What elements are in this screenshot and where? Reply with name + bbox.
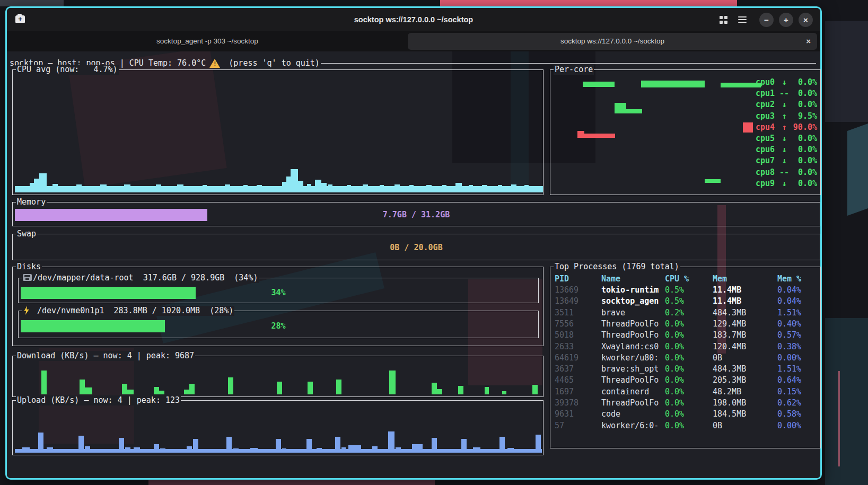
disk-item-nvme: /dev/nvme0n1p1 283.8MB / 1020.0MB (28%) … (18, 311, 539, 338)
spark-bar (511, 184, 516, 192)
spark-bar (394, 184, 400, 192)
spark-bar (47, 447, 53, 453)
spark-bar (432, 383, 437, 394)
wallpaper-shape (825, 21, 868, 122)
core-row-cpu0: cpu0↓0.0% (756, 77, 817, 88)
core-row-cpu6: cpu6↓0.0% (756, 144, 817, 155)
layout-grid-icon[interactable] (720, 16, 727, 24)
disk1-gauge: 34% (21, 287, 536, 299)
spark-bar (250, 448, 258, 453)
per-core-panel: Per-core cpu0↓0.0%cpu1--0.0%cpu2↓0.0%cpu… (550, 69, 821, 195)
wallpaper-shape (440, 0, 737, 6)
maximize-button[interactable]: + (779, 13, 793, 27)
spark-bar (412, 444, 423, 453)
memory-gauge-label: 7.7GB / 31.2GB (15, 209, 818, 221)
processes-panel: Top Processes (1769 total) PID Name CPU … (550, 267, 821, 448)
disks-title: Disks (16, 262, 42, 272)
table-row: 13669tokio-runtim0.5%11.4MB0.04% (555, 285, 817, 296)
table-row: 9631code0.0%184.5MB0.58% (555, 409, 817, 420)
spark-bar (432, 438, 437, 453)
core-row-cpu3: cpu3↑9.5% (756, 111, 817, 122)
spark-bar (225, 184, 230, 192)
disk2-gauge-label: 28% (21, 320, 536, 332)
core-spark-bar (577, 131, 584, 138)
spark-bar (482, 185, 487, 192)
col-name: Name (601, 274, 620, 285)
tab-socktop-agent[interactable]: socktop_agent -p 303 ~/socktop (7, 31, 408, 51)
spark-bar (536, 435, 541, 453)
spark-bar (38, 433, 43, 453)
disks-panel: Disks /dev/mapper/data-root 317.6GB / 92… (12, 267, 543, 346)
spark-bar (336, 380, 341, 394)
spark-bar (458, 386, 463, 394)
spark-bar (80, 380, 85, 394)
core-alert-marker (743, 122, 753, 133)
spark-bar (100, 184, 107, 192)
spark-bar (160, 448, 165, 453)
socktop-tui: socktop — host: pop-os | CPU Temp: 76.0°… (7, 51, 820, 478)
spark-bar (306, 439, 312, 453)
spark-bar (22, 447, 30, 453)
tab-close-icon[interactable]: × (806, 33, 811, 50)
spark-bar (159, 391, 164, 394)
spark-bar (15, 186, 543, 192)
table-row: 3511brave0.2%484.3MB1.51% (555, 307, 817, 319)
disk-item-data-root: /dev/mapper/data-root 317.6GB / 928.9GB … (18, 278, 539, 303)
spark-bar (122, 384, 127, 394)
spark-bar (125, 447, 130, 453)
core-spark-bar (626, 109, 642, 113)
tui-header: socktop — host: pop-os | CPU Temp: 76.0°… (10, 58, 816, 68)
wallpaper-shape (0, 0, 64, 6)
table-row: 4465ThreadPoolFo0.0%205.3MB0.64% (555, 375, 817, 386)
disk2-title: /dev/nvme0n1p1 283.8MB / 1020.0MB (28%) (22, 306, 234, 316)
core-spark-bar (584, 134, 615, 138)
disk2-gauge: 28% (21, 320, 536, 332)
spark-bar (321, 183, 327, 192)
spark-bar (34, 179, 39, 192)
header-rule (321, 63, 816, 64)
core-row-cpu9: cpu9↓0.0% (756, 178, 817, 189)
spark-bar (203, 185, 207, 192)
swap-panel: Swap 0B / 20.0GB (12, 234, 820, 260)
menu-icon[interactable] (738, 16, 747, 23)
core-row-cpu2: cpu2↓0.0% (756, 99, 817, 110)
spark-bar (282, 182, 286, 192)
spark-bar (524, 185, 529, 192)
core-spark-bar (615, 103, 626, 113)
spark-bar (193, 439, 198, 453)
spark-bar (532, 385, 538, 394)
table-row: 7556ThreadPoolFo0.0%129.4MB0.40% (555, 319, 817, 330)
spark-bar (469, 185, 473, 192)
core-row-cpu5: cpu5↓0.0% (756, 133, 817, 144)
spark-bar (341, 447, 346, 453)
spark-bar (85, 446, 90, 453)
swap-gauge: 0B / 20.0GB (15, 242, 818, 254)
spark-bar (228, 377, 233, 394)
close-button[interactable]: × (799, 13, 813, 27)
download-panel: Download (KB/s) — now: 4 | peak: 9687 (12, 356, 543, 397)
spark-bar (291, 169, 298, 192)
tab-label: socktop ws://127.0.0.0 ~/socktop (408, 33, 817, 50)
spark-bar (498, 185, 502, 192)
core-row-cpu8: cpu8--0.0% (756, 167, 817, 178)
spark-bar (298, 181, 303, 192)
spark-bar (177, 184, 183, 192)
core-spark-bar (721, 83, 761, 87)
spark-bar (134, 447, 140, 453)
tab-socktop[interactable]: socktop ws://127.0.0.0 ~/socktop × (408, 33, 817, 50)
terminal-window: + socktop ws://127.0.0.0 ~/socktop − + ×… (5, 6, 822, 480)
spark-bar (184, 390, 189, 394)
minimize-button[interactable]: − (759, 13, 774, 27)
wallpaper-shape (838, 371, 840, 466)
lightning-icon (23, 306, 30, 315)
spark-bar (52, 184, 58, 192)
spark-bar (363, 184, 368, 192)
spark-bar (317, 448, 322, 453)
core-list: cpu0↓0.0%cpu1--0.0%cpu2↓0.0%cpu3↑9.5%cpu… (756, 77, 817, 189)
core-row-cpu7: cpu7↓0.0% (756, 155, 817, 166)
table-row: 1697containerd0.0%48.2MB0.15% (555, 386, 817, 398)
spark-bar (276, 439, 281, 453)
spark-bar (30, 183, 34, 192)
process-table-header: PID Name CPU % Mem Mem % (555, 274, 817, 285)
table-row: 64619kworker/u80:0.0%0B0.00% (555, 352, 817, 364)
